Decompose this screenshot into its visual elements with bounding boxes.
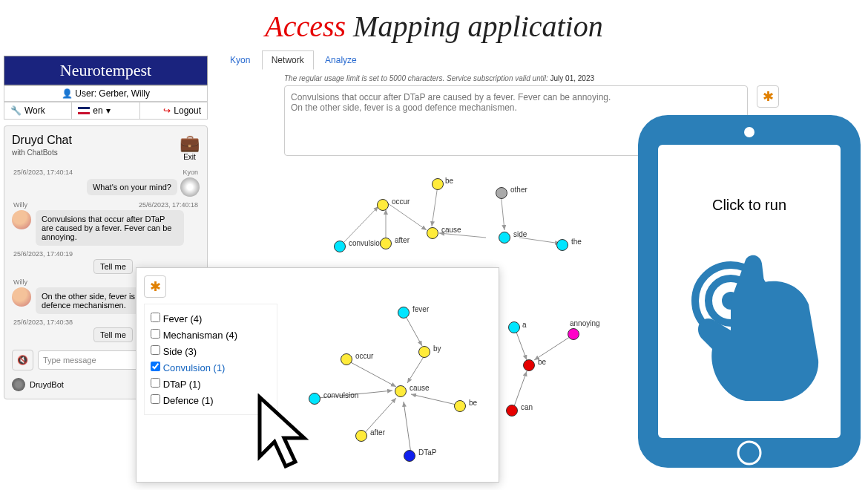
work-button[interactable]: 🔧 Work <box>4 102 72 119</box>
graph-node[interactable] <box>523 359 535 371</box>
uk-flag-icon <box>78 107 90 114</box>
graph-node[interactable] <box>380 238 392 249</box>
tablet-cta-label: Click to run <box>634 197 864 214</box>
svg-line-15 <box>534 334 574 360</box>
chat-bubble: Convulsions that occur after DTaP are ca… <box>36 210 184 246</box>
node-label: be <box>469 399 477 407</box>
svg-line-14 <box>515 328 527 360</box>
run-network-button[interactable]: ✱ <box>757 85 779 108</box>
user-line: 👤 User: Gerber, Willy <box>4 85 208 102</box>
chat-title: Druyd Chat <box>12 134 72 147</box>
avatar <box>12 210 31 229</box>
user-prefix: User: <box>75 88 99 99</box>
graph-node[interactable] <box>334 241 346 252</box>
heading-rest: Mapping application <box>346 10 603 43</box>
lang-label: en <box>93 105 102 116</box>
graph-node[interactable] <box>418 346 430 358</box>
svg-point-19 <box>744 127 754 137</box>
graph-node[interactable] <box>395 385 407 397</box>
bot-avatar-icon <box>12 378 25 391</box>
language-selector[interactable]: en ▾ <box>72 102 139 119</box>
tab-network[interactable]: Network <box>262 50 314 70</box>
graph-node[interactable] <box>404 450 415 462</box>
page-heading: Access Mapping application <box>0 9 868 44</box>
toolbar: 🔧 Work en ▾ ↪ Logout <box>4 102 208 120</box>
graph-node[interactable] <box>568 328 579 340</box>
node-label: cause <box>410 384 430 392</box>
spare-node-group: a annoying be can <box>504 319 623 423</box>
svg-line-2 <box>386 202 427 230</box>
graph-node[interactable] <box>499 232 510 244</box>
node-label: other <box>510 186 527 194</box>
logout-label: Logout <box>174 105 201 116</box>
check-fever[interactable]: Fever (4) <box>151 310 271 327</box>
graph-node[interactable] <box>496 187 507 199</box>
tabs: Kyon Network Analyze <box>221 50 366 70</box>
node-label: convulsion <box>349 239 384 247</box>
mute-button[interactable]: 🔇 <box>12 350 33 370</box>
chevron-down-icon: ▾ <box>106 105 111 116</box>
graph-node[interactable] <box>556 239 568 251</box>
node-label: occur <box>355 352 373 360</box>
graph-node[interactable] <box>377 199 389 211</box>
msg-ts: 25/6/2023, 17:40:38 <box>13 318 73 326</box>
tell-me-button[interactable]: Tell me <box>93 259 133 274</box>
graph-node[interactable] <box>508 321 520 333</box>
chat-subtitle: with ChatBots <box>12 148 72 157</box>
graph-node[interactable] <box>398 307 410 318</box>
check-side[interactable]: Side (3) <box>151 343 271 359</box>
user-name: Gerber, Willy <box>99 88 150 99</box>
logout-icon: ↪ <box>163 105 171 116</box>
popup-network-button[interactable]: ✱ <box>144 275 166 298</box>
graph-node[interactable] <box>454 400 466 412</box>
node-label: DTaP <box>418 448 436 457</box>
svg-line-3 <box>432 186 438 226</box>
node-label: the <box>571 238 582 246</box>
msg-sender: Kyon <box>183 169 198 176</box>
msg-ts: 25/6/2023, 17:40:18 <box>139 201 198 209</box>
svg-line-11 <box>411 394 459 405</box>
graph-node[interactable] <box>355 430 367 442</box>
limit-pre: The regular usage limit is set to 5000 c… <box>284 74 550 82</box>
tab-analyze[interactable]: Analyze <box>316 51 366 69</box>
tell-me-button[interactable]: Tell me <box>93 327 133 342</box>
node-label: can <box>521 403 533 411</box>
work-label: Work <box>24 105 45 116</box>
chat-bubble: What's on your mind? <box>87 179 177 195</box>
node-label: annoying <box>570 319 600 327</box>
msg-ts: 25/6/2023, 17:40:14 <box>13 169 73 176</box>
node-label: a <box>522 321 527 329</box>
exit-button[interactable]: 💼 Exit <box>180 134 200 161</box>
usage-limit-text: The regular usage limit is set to 5000 c… <box>284 74 594 82</box>
tab-kyon[interactable]: Kyon <box>221 51 259 69</box>
node-label: side <box>513 230 527 238</box>
tablet-cta[interactable]: Click to run <box>634 111 864 471</box>
check-mechanisman[interactable]: Mechanisman (4) <box>151 327 271 343</box>
user-icon: 👤 <box>62 88 73 99</box>
msg-ts: 25/6/2023, 17:40:19 <box>13 250 73 258</box>
logout-button[interactable]: ↪ Logout <box>140 102 207 119</box>
check-dtap[interactable]: DTaP (1) <box>151 376 271 392</box>
msg-sender: Willy <box>13 201 27 209</box>
node-label: convulsion <box>323 391 358 399</box>
limit-date: July 01, 2023 <box>550 74 595 82</box>
network-icon: ✱ <box>150 278 161 295</box>
graph-node[interactable] <box>427 227 438 239</box>
graph-node[interactable] <box>341 353 352 365</box>
node-label: be <box>538 358 546 366</box>
avatar <box>180 177 200 197</box>
node-label: fever <box>412 305 429 313</box>
suitcase-icon: 💼 <box>180 134 200 153</box>
network-icon: ✱ <box>763 88 774 105</box>
node-label: be <box>445 177 453 185</box>
graph-node[interactable] <box>506 405 518 416</box>
graph-node[interactable] <box>432 178 444 190</box>
node-label: after <box>395 236 410 244</box>
node-label: occur <box>392 197 410 206</box>
node-label: by <box>433 344 441 353</box>
brand-logo: Neurotempest <box>4 56 208 85</box>
heading-accent: Access <box>265 10 346 43</box>
svg-line-10 <box>404 402 411 454</box>
check-convulsion[interactable]: Convulsion (1) <box>151 359 271 376</box>
exit-label: Exit <box>180 153 200 161</box>
